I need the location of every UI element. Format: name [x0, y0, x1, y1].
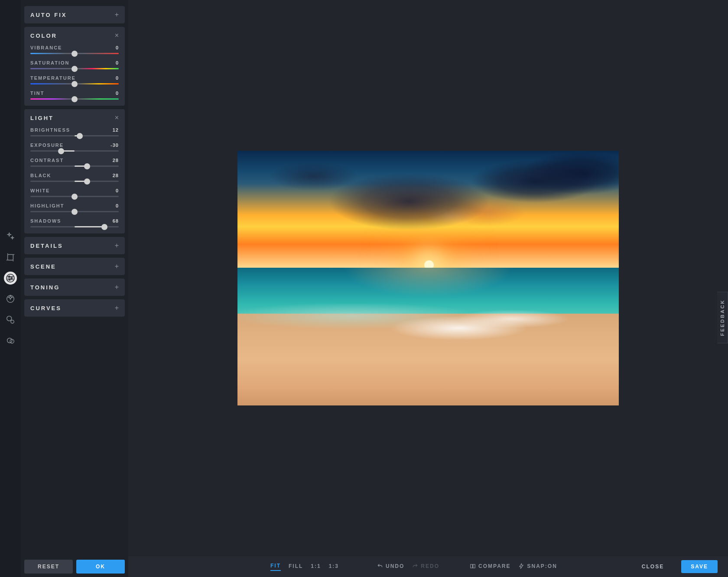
- slider-contrast: CONTRAST 28: [30, 158, 119, 167]
- tool-blend-icon[interactable]: [4, 334, 17, 347]
- slider-track[interactable]: [30, 135, 119, 136]
- expand-icon[interactable]: +: [115, 305, 119, 311]
- slider-label: SATURATION: [30, 60, 69, 65]
- slider-value: 68: [113, 218, 119, 224]
- slider-label: TINT: [30, 91, 44, 96]
- slider-track[interactable]: [30, 83, 119, 84]
- panel-toning-header[interactable]: TONING +: [30, 284, 119, 291]
- canvas-area[interactable]: [128, 0, 728, 556]
- zoom-1-1[interactable]: 1:1: [311, 563, 321, 571]
- slider-white: WHITE 0: [30, 188, 119, 197]
- slider-black: BLACK 28: [30, 173, 119, 182]
- adjustment-sidebar: AUTO FIX + COLOR × VIBRANCE 0 SATURATION…: [21, 0, 128, 577]
- panel-details-header[interactable]: DETAILS +: [30, 242, 119, 249]
- redo-icon: [412, 563, 418, 569]
- panel-title: TONING: [30, 284, 60, 291]
- undo-label: UNDO: [386, 563, 404, 569]
- panel-scene-header[interactable]: SCENE +: [30, 263, 119, 270]
- panel-curves: CURVES +: [24, 299, 125, 317]
- close-icon[interactable]: ×: [115, 114, 119, 121]
- slider-thumb[interactable]: [72, 96, 78, 102]
- compare-button[interactable]: COMPARE: [470, 563, 510, 571]
- close-button[interactable]: CLOSE: [632, 560, 673, 573]
- zoom-fill[interactable]: FILL: [289, 563, 303, 571]
- slider-value: 0: [116, 188, 119, 193]
- panel-title: DETAILS: [30, 243, 63, 249]
- tool-crop-icon[interactable]: [4, 251, 17, 264]
- tool-auto-icon[interactable]: [4, 230, 17, 243]
- tool-adjust-icon[interactable]: [4, 272, 17, 285]
- slider-highlight: HIGHLIGHT 0: [30, 203, 119, 212]
- slider-label: SHADOWS: [30, 218, 61, 224]
- slider-thumb[interactable]: [72, 194, 78, 200]
- panel-toning: TONING +: [24, 279, 125, 296]
- slider-value: 0: [116, 60, 119, 65]
- zoom-fit[interactable]: FIT: [270, 563, 281, 571]
- expand-icon[interactable]: +: [115, 242, 119, 249]
- ok-button[interactable]: OK: [76, 560, 125, 574]
- slider-value: 28: [113, 158, 119, 163]
- svg-point-6: [7, 316, 12, 321]
- slider-vibrance: VIBRANCE 0: [30, 45, 119, 54]
- feedback-tab[interactable]: FEEDBACK: [717, 292, 728, 343]
- panel-color: COLOR × VIBRANCE 0 SATURATION 0 TEMPERA: [24, 27, 125, 106]
- panel-autofix-header[interactable]: AUTO FIX +: [30, 11, 119, 18]
- slider-thumb[interactable]: [101, 224, 107, 230]
- panel-light-header[interactable]: LIGHT ×: [30, 114, 119, 121]
- slider-tint: TINT 0: [30, 91, 119, 100]
- slider-track[interactable]: [30, 165, 119, 167]
- slider-track[interactable]: [30, 211, 119, 212]
- tool-shapes-icon[interactable]: [4, 313, 17, 326]
- expand-icon[interactable]: +: [115, 263, 119, 270]
- slider-track[interactable]: [30, 226, 119, 227]
- reset-button[interactable]: RESET: [24, 560, 73, 574]
- svg-point-2: [9, 276, 10, 277]
- redo-label: REDO: [421, 563, 439, 569]
- svg-rect-11: [473, 564, 475, 567]
- snap-toggle[interactable]: SNAP:ON: [518, 563, 557, 571]
- slider-thumb[interactable]: [72, 209, 78, 215]
- slider-track[interactable]: [30, 150, 119, 152]
- panel-title: AUTO FIX: [30, 12, 67, 18]
- panel-title: SCENE: [30, 263, 56, 270]
- panel-title: COLOR: [30, 32, 57, 39]
- svg-point-3: [11, 278, 12, 279]
- slider-track[interactable]: [30, 53, 119, 54]
- panel-color-header[interactable]: COLOR ×: [30, 32, 119, 39]
- panel-details: DETAILS +: [24, 237, 125, 254]
- close-icon[interactable]: ×: [115, 32, 119, 39]
- slider-exposure: EXPOSURE -30: [30, 143, 119, 152]
- slider-value: 0: [116, 91, 119, 96]
- zoom-1-3[interactable]: 1:3: [329, 563, 339, 571]
- slider-track[interactable]: [30, 181, 119, 182]
- save-button[interactable]: SAVE: [681, 560, 718, 573]
- slider-track[interactable]: [30, 196, 119, 197]
- slider-label: TEMPERATURE: [30, 75, 76, 81]
- slider-track[interactable]: [30, 68, 119, 69]
- slider-value: 12: [113, 127, 119, 133]
- slider-label: VIBRANCE: [30, 45, 62, 50]
- slider-brightness: BRIGHTNESS 12: [30, 127, 119, 136]
- slider-thumb[interactable]: [84, 163, 90, 169]
- slider-thumb[interactable]: [72, 81, 78, 87]
- slider-label: HIGHLIGHT: [30, 203, 65, 208]
- svg-rect-10: [471, 564, 473, 567]
- slider-thumb[interactable]: [72, 51, 78, 57]
- slider-value: 0: [116, 203, 119, 208]
- slider-saturation: SATURATION 0: [30, 60, 119, 69]
- svg-point-4: [9, 279, 10, 280]
- slider-thumb[interactable]: [77, 133, 83, 139]
- slider-value: -30: [110, 143, 119, 148]
- panel-title: CURVES: [30, 305, 62, 311]
- expand-icon[interactable]: +: [115, 284, 119, 291]
- tool-effects-icon[interactable]: [4, 292, 17, 305]
- svg-point-8: [7, 338, 12, 343]
- slider-thumb[interactable]: [58, 148, 64, 154]
- expand-icon[interactable]: +: [115, 11, 119, 18]
- bottom-toolbar: FITFILL1:11:3 UNDO REDO COMPARE: [128, 556, 728, 577]
- slider-track[interactable]: [30, 98, 119, 100]
- undo-button[interactable]: UNDO: [377, 563, 404, 571]
- panel-curves-header[interactable]: CURVES +: [30, 305, 119, 311]
- slider-thumb[interactable]: [84, 178, 90, 185]
- slider-thumb[interactable]: [72, 66, 78, 72]
